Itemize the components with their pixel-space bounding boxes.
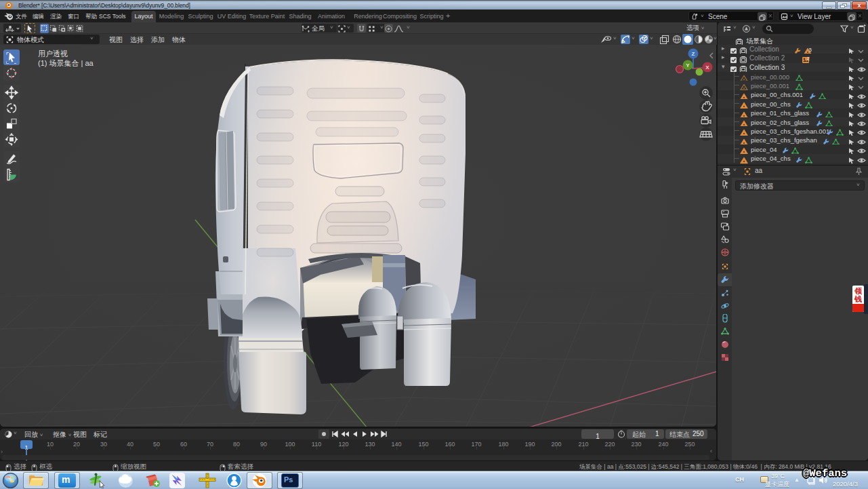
- svg-text:Y: Y: [686, 62, 690, 69]
- svg-text:X: X: [705, 64, 709, 71]
- svg-text:Z: Z: [692, 51, 695, 57]
